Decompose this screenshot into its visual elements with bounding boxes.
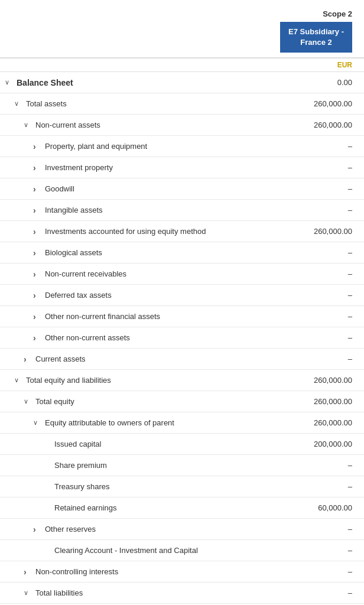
row-other-reserves[interactable]: Other reserves–	[0, 519, 364, 540]
page-container: Scope 2 E7 Subsidiary - France 2 EUR Bal…	[0, 0, 364, 605]
toggle-intangible-assets[interactable]	[33, 206, 41, 215]
label-property-plant: Property, plant and equipment	[0, 138, 293, 155]
text-property-plant: Property, plant and equipment	[45, 142, 147, 151]
text-total-liabilities: Total liabilities	[35, 588, 83, 597]
header: Scope 2 E7 Subsidiary - France 2	[0, 0, 364, 58]
row-investments-equity[interactable]: Investments accounted for using equity m…	[0, 221, 364, 242]
label-deferred-tax: Deferred tax assets	[0, 287, 293, 304]
row-other-non-current-financial[interactable]: Other non-current financial assets–	[0, 306, 364, 327]
text-investments-equity: Investments accounted for using equity m…	[45, 227, 206, 236]
value-retained-earnings: 60,000.00	[293, 500, 364, 516]
row-treasury-shares[interactable]: ›Treasury shares–	[0, 476, 364, 497]
text-share-premium: Share premium	[54, 461, 107, 470]
text-total-assets: Total assets	[26, 99, 67, 108]
toggle-current-assets[interactable]	[24, 354, 32, 364]
label-goodwill: Goodwill	[0, 181, 293, 197]
value-total-equity: 260,000.00	[293, 393, 364, 409]
toggle-total-liabilities[interactable]	[24, 589, 32, 597]
toggle-other-reserves[interactable]	[33, 525, 41, 534]
label-total-equity: Total equity	[0, 393, 293, 409]
toggle-non-current-assets[interactable]	[24, 121, 32, 129]
label-intangible-assets: Intangible assets	[0, 202, 293, 219]
row-current-assets[interactable]: Current assets–	[0, 349, 364, 370]
value-treasury-shares: –	[293, 479, 364, 495]
row-non-controlling-interests[interactable]: Non-controlling interests–	[0, 561, 364, 583]
row-total-equity-liabilities[interactable]: Total equity and liabilities260,000.00	[0, 370, 364, 391]
row-investment-property[interactable]: Investment property–	[0, 157, 364, 178]
text-other-non-current-assets: Other non-current assets	[45, 333, 130, 342]
label-other-non-current-financial: Other non-current financial assets	[0, 308, 293, 325]
value-other-non-current-assets: –	[293, 330, 364, 346]
label-total-equity-liabilities: Total equity and liabilities	[0, 372, 293, 388]
label-investments-equity: Investments accounted for using equity m…	[0, 223, 293, 240]
toggle-non-controlling-interests[interactable]	[24, 567, 32, 577]
toggle-property-plant[interactable]	[33, 142, 41, 151]
row-total-equity[interactable]: Total equity260,000.00	[0, 391, 364, 412]
value-property-plant: –	[293, 138, 364, 154]
row-intangible-assets[interactable]: Intangible assets–	[0, 200, 364, 221]
toggle-goodwill[interactable]	[33, 184, 41, 194]
value-issued-capital: 200,000.00	[293, 436, 364, 452]
row-non-current-assets[interactable]: Non-current assets260,000.00	[0, 115, 364, 136]
row-clearing-account[interactable]: ›Clearing Account - Investment and Capit…	[0, 540, 364, 561]
toggle-deferred-tax[interactable]	[33, 291, 41, 300]
label-balance-sheet: Balance Sheet	[0, 74, 293, 91]
row-property-plant[interactable]: Property, plant and equipment–	[0, 136, 364, 157]
row-share-premium[interactable]: ›Share premium–	[0, 455, 364, 476]
row-total-liabilities[interactable]: Total liabilities–	[0, 583, 364, 604]
text-clearing-account: Clearing Account - Investment and Capita…	[54, 546, 198, 555]
value-total-assets: 260,000.00	[293, 96, 364, 112]
currency-label: EUR	[281, 61, 352, 69]
text-total-equity: Total equity	[35, 397, 74, 406]
balance-sheet-table: Balance Sheet0.00Total assets260,000.00N…	[0, 72, 364, 605]
toggle-other-non-current-financial[interactable]	[33, 312, 41, 321]
toggle-biological-assets[interactable]	[33, 248, 41, 258]
toggle-total-equity-liabilities[interactable]	[14, 376, 22, 384]
text-other-reserves: Other reserves	[45, 525, 96, 534]
currency-row: EUR	[0, 58, 364, 72]
label-equity-attributable: Equity attributable to owners of parent	[0, 415, 293, 431]
text-biological-assets: Biological assets	[45, 248, 102, 257]
toggle-non-current-receivables[interactable]	[33, 269, 41, 279]
toggle-balance-sheet[interactable]	[5, 79, 13, 86]
row-balance-sheet[interactable]: Balance Sheet0.00	[0, 72, 364, 93]
label-issued-capital: ›Issued capital	[0, 436, 293, 452]
value-total-equity-liabilities: 260,000.00	[293, 372, 364, 388]
toggle-total-assets[interactable]	[14, 100, 22, 108]
toggle-other-non-current-assets[interactable]	[33, 333, 41, 343]
row-retained-earnings[interactable]: ›Retained earnings60,000.00	[0, 497, 364, 519]
value-current-assets: –	[293, 351, 364, 367]
entity-line1: E7 Subsidiary -	[288, 27, 344, 36]
label-other-reserves: Other reserves	[0, 521, 293, 538]
row-biological-assets[interactable]: Biological assets–	[0, 242, 364, 264]
scope-label: Scope 2	[323, 9, 352, 18]
toggle-total-equity[interactable]	[24, 398, 32, 405]
label-total-liabilities: Total liabilities	[0, 585, 293, 601]
row-equity-attributable[interactable]: Equity attributable to owners of parent2…	[0, 412, 364, 434]
row-issued-capital[interactable]: ›Issued capital200,000.00	[0, 434, 364, 455]
entity-line2: France 2	[300, 38, 332, 47]
label-retained-earnings: ›Retained earnings	[0, 500, 293, 516]
label-non-current-receivables: Non-current receivables	[0, 266, 293, 282]
text-investment-property: Investment property	[45, 163, 113, 172]
text-non-current-assets: Non-current assets	[35, 121, 100, 129]
toggle-investments-equity[interactable]	[33, 227, 41, 236]
toggle-equity-attributable[interactable]	[33, 419, 41, 427]
row-total-assets[interactable]: Total assets260,000.00	[0, 93, 364, 115]
value-goodwill: –	[293, 181, 364, 197]
label-non-controlling-interests: Non-controlling interests	[0, 564, 293, 580]
value-non-current-receivables: –	[293, 266, 364, 282]
toggle-investment-property[interactable]	[33, 163, 41, 173]
entity-badge: E7 Subsidiary - France 2	[280, 22, 352, 53]
row-deferred-tax[interactable]: Deferred tax assets–	[0, 285, 364, 306]
value-deferred-tax: –	[293, 287, 364, 303]
value-equity-attributable: 260,000.00	[293, 415, 364, 431]
row-goodwill[interactable]: Goodwill–	[0, 178, 364, 200]
row-other-non-current-assets[interactable]: Other non-current assets–	[0, 327, 364, 349]
text-goodwill: Goodwill	[45, 184, 74, 193]
text-total-equity-liabilities: Total equity and liabilities	[26, 376, 111, 385]
text-non-current-receivables: Non-current receivables	[45, 269, 126, 278]
row-non-current-receivables[interactable]: Non-current receivables–	[0, 264, 364, 285]
label-non-current-assets: Non-current assets	[0, 117, 293, 133]
text-issued-capital: Issued capital	[54, 440, 102, 448]
